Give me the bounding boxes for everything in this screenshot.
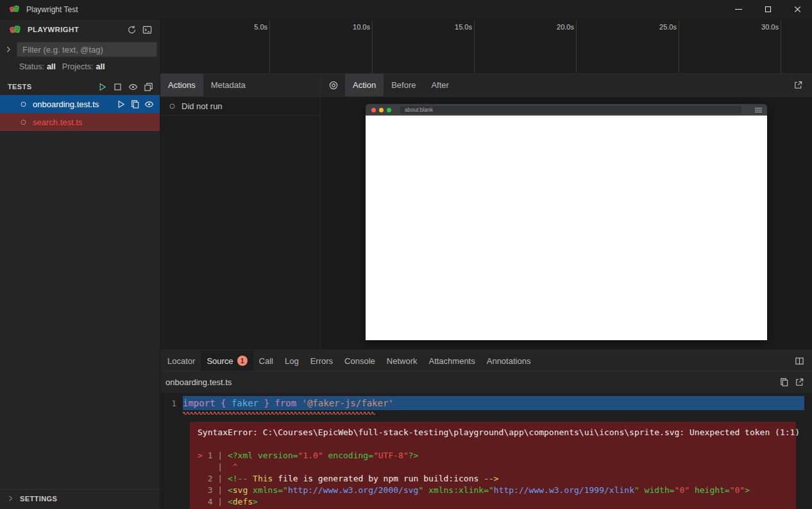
tab-before[interactable]: Before	[384, 74, 423, 96]
source-file-bar: onboarding.test.ts	[160, 372, 812, 393]
tab-attachments[interactable]: Attachments	[423, 350, 480, 371]
split-columns-icon	[795, 356, 804, 366]
collapse-all-button[interactable]	[140, 79, 156, 94]
eye-icon	[144, 99, 154, 109]
tab-locator[interactable]: Locator	[162, 350, 201, 371]
filter-status-row[interactable]: Status:all Projects:all	[0, 59, 160, 74]
source-line-1: 1 import { faker } from '@faker-js/faker…	[160, 396, 812, 410]
actions-tabbar: Actions Metadata	[160, 74, 320, 97]
close-button[interactable]	[782, 0, 812, 19]
projects-label: Projects:	[62, 62, 94, 71]
details-panel: Locator Source 1 Call Log Errors Console…	[160, 350, 812, 509]
tab-metadata[interactable]: Metadata	[203, 74, 253, 96]
page-content	[366, 116, 767, 340]
did-not-run-label: Did not run	[182, 101, 223, 111]
status-label: Status:	[19, 62, 44, 71]
external-link-icon	[793, 80, 803, 90]
chevron-right-icon[interactable]	[4, 45, 13, 54]
source-code-view[interactable]: 1 import { faker } from '@faker-js/faker…	[160, 394, 812, 509]
test-file-onboarding[interactable]: onboarding.test.ts	[0, 95, 160, 113]
pick-locator-button[interactable]	[325, 76, 343, 94]
error-code-line: 2 | <!-- This file is generated by npm r…	[198, 473, 790, 485]
external-link-icon	[795, 377, 804, 387]
timeline-gridline	[474, 21, 475, 73]
timeline-tick-label: 20.0s	[557, 23, 574, 31]
timeline-gridline	[269, 21, 270, 73]
snapshot-viewport: about:blank	[321, 97, 812, 350]
source-file-title: onboarding.test.ts	[165, 377, 232, 387]
traffic-light-yellow	[379, 108, 384, 112]
snapshot-panel: Action Before After about:blank	[321, 74, 812, 350]
circle-status-icon	[19, 118, 28, 126]
playwright-logo-icon	[9, 4, 20, 15]
collapse-all-icon	[144, 82, 153, 92]
chevron-right-icon	[6, 494, 15, 503]
tab-source-label: Source	[207, 356, 233, 366]
browser-chrome: about:blank	[366, 104, 767, 116]
address-bar: about:blank	[400, 106, 741, 114]
copy-icon	[779, 377, 789, 387]
tab-source[interactable]: Source 1	[201, 350, 253, 371]
tab-action[interactable]: Action	[345, 74, 384, 96]
refresh-icon	[127, 25, 137, 35]
settings-section-header[interactable]: SETTINGS	[0, 489, 160, 507]
tab-annotations[interactable]: Annotations	[481, 350, 537, 371]
sidebar-header: PLAYWRIGHT	[0, 19, 160, 40]
stop-icon	[113, 82, 123, 92]
filter-row	[0, 40, 160, 59]
tab-network[interactable]: Network	[381, 350, 423, 371]
error-code-line: 4 | <defs>	[198, 496, 790, 508]
timeline-tick-label: 15.0s	[455, 23, 472, 31]
error-code-line: > 1 | <?xml version="1.0" encoding="UTF-…	[198, 450, 790, 462]
maximize-button[interactable]	[753, 0, 782, 19]
minimize-button[interactable]	[723, 0, 753, 19]
stop-button[interactable]	[110, 79, 125, 94]
toggle-layout-button[interactable]	[791, 353, 807, 368]
tab-call[interactable]: Call	[253, 350, 279, 371]
error-count-badge: 1	[237, 356, 248, 366]
app-window: Playwright Test PLAYWRIGHT	[0, 0, 812, 509]
title-bar: Playwright Test	[0, 0, 812, 19]
test-file-name: onboarding.test.ts	[33, 99, 99, 109]
copy-file-icon	[130, 99, 140, 109]
menu-icon	[755, 108, 762, 112]
timeline-gridline	[781, 21, 781, 73]
maximize-icon	[765, 6, 771, 12]
tab-actions[interactable]: Actions	[160, 74, 203, 96]
syntax-error-block: SyntaxError: C:\Courses\EpicWeb\full-sta…	[190, 422, 796, 509]
tab-errors[interactable]: Errors	[305, 350, 339, 371]
test-file-name: search.test.ts	[33, 117, 82, 127]
projects-value: all	[96, 62, 105, 71]
source-location-button[interactable]	[128, 97, 142, 111]
timeline-gridline	[372, 21, 373, 73]
run-test-button[interactable]	[114, 97, 128, 111]
open-source-button[interactable]	[791, 375, 807, 390]
open-snapshot-button[interactable]	[789, 76, 807, 94]
watch-test-button[interactable]	[142, 97, 156, 111]
play-icon	[116, 99, 126, 109]
traffic-light-red	[371, 108, 376, 112]
timeline-tick-label: 5.0s	[254, 23, 267, 31]
copy-source-button[interactable]	[776, 375, 791, 390]
run-all-button[interactable]	[94, 79, 110, 94]
timeline[interactable]: 5.0s 10.0s 15.0s 20.0s 25.0s 30.0s	[160, 19, 812, 74]
timeline-tick-label: 25.0s	[659, 23, 677, 31]
sidebar: PLAYWRIGHT Status:all Projects:all TESTS	[0, 19, 160, 509]
test-file-search[interactable]: search.test.ts	[0, 113, 160, 131]
tab-log[interactable]: Log	[279, 350, 305, 371]
traffic-lights	[371, 108, 391, 112]
tab-after[interactable]: After	[423, 74, 456, 96]
reload-tests-button[interactable]	[124, 22, 139, 37]
filter-input[interactable]	[17, 42, 157, 57]
minimize-icon	[735, 9, 742, 10]
highlighted-code: import { faker } from '@faker-js/faker'	[183, 396, 804, 410]
playwright-logo-icon	[9, 24, 21, 36]
timeline-gridline	[576, 21, 577, 73]
error-code-line: 3 | <svg xmlns="http://www.w3.org/2000/s…	[198, 485, 790, 496]
timeline-gridline	[679, 21, 679, 73]
error-caret-line: | ^	[198, 462, 790, 473]
tab-console[interactable]: Console	[339, 350, 381, 371]
browser-snapshot: about:blank	[366, 104, 767, 340]
watch-all-button[interactable]	[125, 79, 140, 94]
toggle-output-button[interactable]	[139, 22, 155, 37]
